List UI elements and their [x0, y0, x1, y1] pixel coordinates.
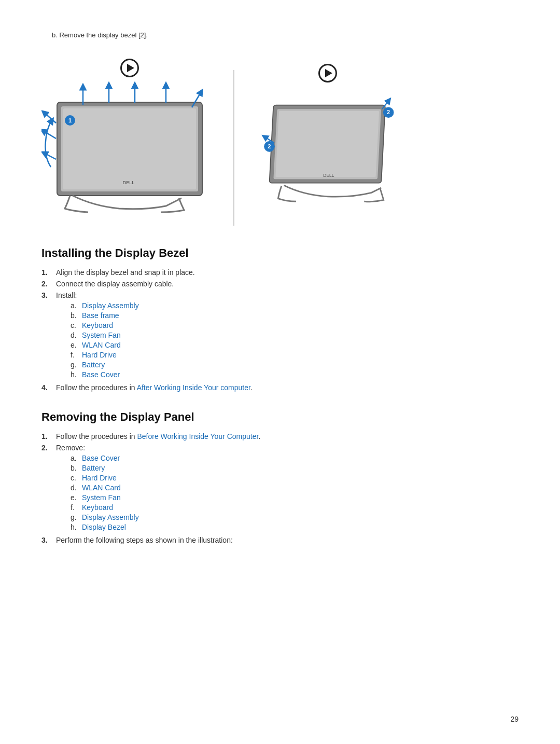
link-display-assembly[interactable]: Display Assembly — [82, 301, 139, 310]
sub-item-h: h.Base Cover — [71, 370, 139, 379]
step-text: Follow the procedures in After Working I… — [56, 383, 253, 392]
step-num: 4. — [41, 383, 53, 392]
step-num: 1. — [41, 268, 53, 277]
link-hard-drive-2[interactable]: Hard Drive — [82, 474, 117, 482]
step-num: 3. — [41, 536, 53, 544]
illustration-row: DELL 1 — [41, 49, 519, 226]
sub-item-g: g.Display Assembly — [71, 513, 139, 521]
sub-item-g: g.Battery — [71, 361, 139, 369]
svg-rect-16 — [275, 111, 379, 177]
removing-display-panel-section: Removing the Display Panel 1. Follow the… — [41, 410, 519, 544]
sub-item-f: f.Hard Drive — [71, 351, 139, 359]
section-divider — [233, 70, 234, 226]
sub-remove-list: a.Base Cover b.Battery c.Hard Drive d.WL… — [71, 454, 139, 531]
svg-text:DELL: DELL — [323, 173, 334, 178]
link-system-fan[interactable]: System Fan — [82, 331, 121, 339]
svg-text:1: 1 — [68, 117, 72, 123]
section2-title: Removing the Display Panel — [41, 410, 519, 424]
link-base-cover[interactable]: Base Cover — [82, 370, 120, 379]
link-display-bezel[interactable]: Display Bezel — [82, 523, 126, 531]
section1-steps: 1. Align the display bezel and snap it i… — [41, 268, 519, 392]
link-display-assembly-2[interactable]: Display Assembly — [82, 513, 139, 521]
step-1-4: 4. Follow the procedures in After Workin… — [41, 383, 519, 392]
step-num: 2. — [41, 444, 53, 452]
sub-item-a: a.Display Assembly — [71, 301, 139, 310]
section1-title: Installing the Display Bezel — [41, 246, 519, 260]
sub-item-h: h.Display Bezel — [71, 523, 139, 531]
sub-item-d: d.System Fan — [71, 331, 139, 339]
link-before-working[interactable]: Before Working Inside Your Computer — [137, 432, 258, 440]
step-2-1: 1. Follow the procedures in Before Worki… — [41, 432, 519, 440]
step-text: Connect the display assembly cable. — [56, 280, 174, 288]
link-hard-drive[interactable]: Hard Drive — [82, 351, 117, 359]
step-content: Remove: a.Base Cover b.Battery c.Hard Dr… — [56, 444, 139, 533]
svg-line-10 — [43, 131, 56, 139]
svg-text:DELL: DELL — [123, 180, 135, 185]
section2-steps: 1. Follow the procedures in Before Worki… — [41, 432, 519, 544]
sub-item-f: f.Keyboard — [71, 503, 139, 512]
link-keyboard[interactable]: Keyboard — [82, 321, 113, 329]
link-wlan-card[interactable]: WLAN Card — [82, 341, 121, 349]
right-laptop-image: DELL 2 2 — [250, 87, 405, 211]
sub-item-e: e.System Fan — [71, 493, 139, 502]
page-number: 29 — [510, 715, 519, 723]
link-battery-2[interactable]: Battery — [82, 464, 105, 472]
sub-item-b: b.Battery — [71, 464, 139, 472]
svg-rect-2 — [63, 108, 196, 189]
step-num: 2. — [41, 280, 53, 288]
play-icon-right — [318, 64, 337, 82]
left-illustration: DELL 1 — [41, 59, 218, 216]
link-base-cover-2[interactable]: Base Cover — [82, 454, 120, 462]
step-2-3: 3. Perform the following steps as shown … — [41, 536, 519, 544]
sub-item-e: e.WLAN Card — [71, 341, 139, 349]
step-1-2: 2. Connect the display assembly cable. — [41, 280, 519, 288]
link-wlan-card-2[interactable]: WLAN Card — [82, 484, 121, 492]
right-illustration: DELL 2 2 — [250, 64, 405, 211]
step-num: 3. — [41, 291, 53, 299]
step-text: Align the display bezel and snap it in p… — [56, 268, 195, 277]
svg-line-9 — [44, 113, 56, 123]
link-base-frame[interactable]: Base frame — [82, 311, 119, 320]
play-icon-left — [120, 59, 139, 77]
step-content: Install: a.Display Assembly b.Base frame… — [56, 291, 139, 380]
step-b-text: b. Remove the display bezel [2]. — [52, 31, 519, 39]
left-laptop-image: DELL 1 — [41, 81, 218, 216]
sub-item-b: b.Base frame — [71, 311, 139, 320]
step-text: Perform the following steps as shown in … — [56, 536, 233, 544]
svg-text:2: 2 — [387, 109, 390, 115]
svg-text:2: 2 — [268, 143, 271, 149]
step-num: 1. — [41, 432, 53, 440]
step-text: Follow the procedures in Before Working … — [56, 432, 260, 440]
sub-item-c: c.Keyboard — [71, 321, 139, 329]
sub-item-d: d.WLAN Card — [71, 484, 139, 492]
step-1-1: 1. Align the display bezel and snap it i… — [41, 268, 519, 277]
step-text: Remove: — [56, 444, 85, 452]
link-system-fan-2[interactable]: System Fan — [82, 493, 121, 502]
sub-install-list: a.Display Assembly b.Base frame c.Keyboa… — [71, 301, 139, 379]
link-keyboard-2[interactable]: Keyboard — [82, 503, 113, 512]
link-after-working[interactable]: After Working Inside Your computer — [137, 383, 250, 392]
sub-item-c: c.Hard Drive — [71, 474, 139, 482]
link-battery[interactable]: Battery — [82, 361, 105, 369]
sub-item-a: a.Base Cover — [71, 454, 139, 462]
step-1-3: 3. Install: a.Display Assembly b.Base fr… — [41, 291, 519, 380]
installing-display-bezel-section: Installing the Display Bezel 1. Align th… — [41, 246, 519, 392]
step-text: Install: — [56, 291, 77, 299]
step-2-2: 2. Remove: a.Base Cover b.Battery c.Hard… — [41, 444, 519, 533]
